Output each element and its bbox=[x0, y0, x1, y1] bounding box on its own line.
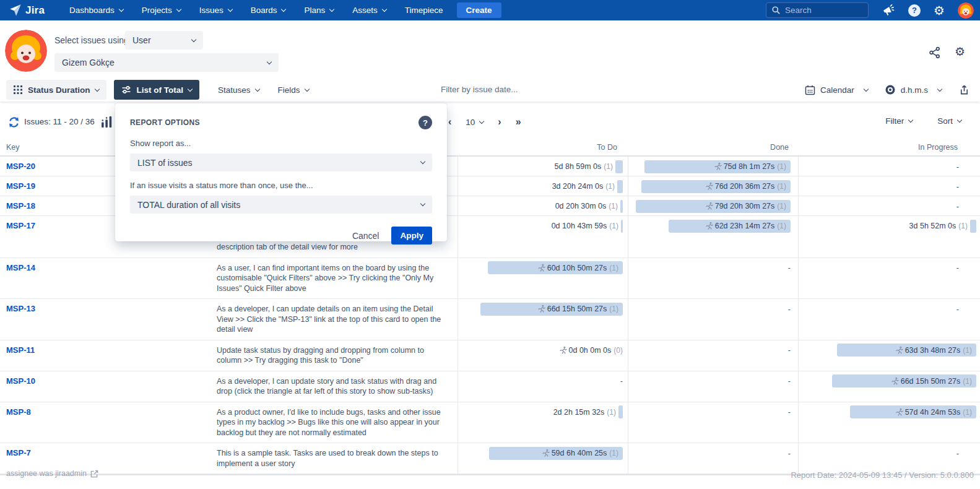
duration-cell-content: 57d 4h 24m 53s(1) bbox=[799, 405, 980, 419]
issue-key-link[interactable]: MSP-17 bbox=[6, 221, 35, 230]
duration-cell-content: 0d 0h 0m 0s(0) bbox=[458, 344, 628, 357]
show-report-select[interactable]: LIST of issues bbox=[130, 154, 432, 171]
statuses-button[interactable]: Statuses bbox=[218, 85, 259, 95]
selected-user-avatar[interactable] bbox=[5, 30, 47, 72]
announcements-icon[interactable] bbox=[881, 2, 896, 18]
duration-cell-content: 59d 6h 40m 25s(1) bbox=[458, 446, 628, 460]
todo-cell: 3d 20h 24m 0s(1) bbox=[458, 176, 628, 196]
settings-gear-icon[interactable]: ⚙ bbox=[934, 4, 945, 17]
duration-bar bbox=[621, 220, 623, 233]
refresh-icon[interactable] bbox=[7, 116, 20, 131]
prev-page-icon[interactable]: ‹ bbox=[448, 115, 451, 129]
visits-select[interactable]: TOTAL duration of all visits bbox=[130, 196, 432, 214]
grid-icon bbox=[14, 85, 22, 94]
date-filter-input[interactable]: Filter by issue date... bbox=[441, 85, 518, 94]
duration-bar bbox=[618, 405, 623, 418]
chevron-down-icon bbox=[863, 86, 868, 91]
duration-bar: 75d 8h 1m 27s(1) bbox=[644, 160, 791, 173]
issue-key-link[interactable]: MSP-8 bbox=[6, 407, 31, 417]
search-box[interactable] bbox=[766, 2, 869, 18]
nav-projects[interactable]: Projects bbox=[142, 6, 181, 15]
visits-label: If an issue visits a status more than on… bbox=[130, 181, 432, 190]
duration-bar: 76d 20h 36m 27s(1) bbox=[641, 180, 791, 193]
chevron-down-icon bbox=[382, 7, 387, 12]
nav-assets[interactable]: Assets bbox=[352, 6, 386, 15]
filter-button[interactable]: Filter bbox=[885, 116, 913, 126]
nav-dashboards[interactable]: Dashboards bbox=[69, 6, 123, 15]
done-cell: - bbox=[628, 402, 799, 443]
create-button[interactable]: Create bbox=[457, 2, 501, 18]
duration-cell-content: 60d 10h 50m 27s(1) bbox=[458, 261, 628, 275]
issue-source-select[interactable]: User bbox=[125, 31, 203, 50]
search-input[interactable] bbox=[785, 6, 859, 15]
duration-bar bbox=[620, 200, 623, 213]
issue-key-link[interactable]: MSP-18 bbox=[6, 201, 35, 210]
report-toolbar: Status Duration List of Total Statuses F… bbox=[0, 79, 980, 102]
duration-cell-content: - bbox=[799, 261, 980, 275]
nav-boards[interactable]: Boards bbox=[251, 6, 286, 15]
duration-text: 57d 4h 24m 53s bbox=[905, 408, 961, 417]
issue-key-link[interactable]: MSP-10 bbox=[6, 376, 35, 386]
duration-cell-content: 3d 20h 24m 0s(1) bbox=[458, 180, 628, 193]
nav-timepiece[interactable]: Timepiece bbox=[405, 6, 443, 15]
issue-key-link[interactable]: MSP-14 bbox=[6, 263, 35, 272]
duration-cell-content: 0d 20h 30m 0s(1) bbox=[458, 199, 628, 213]
todo-cell: 59d 6h 40m 25s(1) bbox=[458, 443, 628, 474]
bar-chart-icon[interactable] bbox=[101, 115, 114, 131]
todo-cell: 0d 0h 0m 0s(0) bbox=[458, 340, 628, 371]
issue-key-link[interactable]: MSP-13 bbox=[6, 304, 35, 313]
duration-text: 62d 23h 14m 27s bbox=[715, 222, 775, 230]
done-cell: - bbox=[628, 340, 799, 371]
report-options-popup: REPORT OPTIONS ? Show report as... LIST … bbox=[115, 103, 447, 241]
inprogress-cell: - bbox=[799, 443, 980, 474]
todo-cell: 60d 10h 50m 27s(1) bbox=[458, 258, 628, 299]
next-page-icon[interactable]: › bbox=[498, 115, 501, 129]
issue-key-link[interactable]: MSP-19 bbox=[6, 181, 35, 191]
apply-button[interactable]: Apply bbox=[391, 227, 432, 244]
duration-text: 2d 2h 15m 32s bbox=[553, 408, 605, 417]
help-icon[interactable]: ? bbox=[908, 4, 921, 17]
no-duration-dash: - bbox=[956, 182, 959, 191]
popup-help-icon[interactable]: ? bbox=[418, 116, 432, 129]
calendar-button[interactable]: Calendar bbox=[805, 85, 868, 95]
nav-plans[interactable]: Plans bbox=[304, 6, 334, 15]
share-icon[interactable] bbox=[929, 46, 941, 61]
last-page-icon[interactable]: » bbox=[516, 115, 521, 129]
duration-bar: 79d 20h 30m 27s(1) bbox=[636, 200, 791, 213]
report-settings-gear-icon[interactable]: ⚙ bbox=[955, 46, 965, 61]
duration-cell-content: - bbox=[799, 302, 980, 316]
runner-icon bbox=[705, 202, 714, 210]
done-cell: 62d 23h 14m 27s(1) bbox=[628, 216, 799, 257]
report-type-button[interactable]: Status Duration bbox=[6, 80, 106, 100]
visit-count: (1) bbox=[609, 449, 618, 457]
issue-key-link[interactable]: MSP-11 bbox=[6, 345, 35, 355]
issues-count: Issues: 11 - 20 / 36 bbox=[24, 117, 95, 126]
report-header: Select issues using User Gizem Gökçe ⚙ bbox=[0, 20, 980, 77]
user-select[interactable]: Gizem Gökçe bbox=[54, 53, 279, 72]
footer-filter-link[interactable]: assignee was jiraadmin bbox=[6, 469, 98, 478]
duration-bar: 66d 15h 50m 27s(1) bbox=[480, 303, 623, 316]
chevron-down-icon bbox=[227, 7, 232, 12]
todo-cell: 0d 10h 43m 59s(1) bbox=[458, 216, 628, 257]
duration-format-button[interactable]: d.h.m.s bbox=[885, 84, 942, 95]
visit-count: (1) bbox=[777, 182, 786, 191]
cancel-button[interactable]: Cancel bbox=[352, 231, 379, 241]
no-duration-dash: - bbox=[620, 376, 623, 386]
runner-icon bbox=[559, 346, 568, 355]
search-icon bbox=[771, 6, 781, 15]
issue-key-link[interactable]: MSP-20 bbox=[6, 162, 35, 171]
nav-issues[interactable]: Issues bbox=[199, 6, 232, 15]
top-navbar: Jira Dashboards Projects Issues Boards P… bbox=[0, 0, 980, 20]
view-mode-button[interactable]: List of Total bbox=[114, 80, 200, 100]
sort-button[interactable]: Sort bbox=[937, 116, 961, 126]
issue-key-link[interactable]: MSP-7 bbox=[6, 448, 31, 457]
visit-count: (1) bbox=[963, 408, 972, 417]
fields-button[interactable]: Fields bbox=[278, 85, 309, 95]
duration-bar bbox=[615, 160, 623, 173]
jira-logo[interactable]: Jira bbox=[9, 4, 45, 17]
user-avatar[interactable] bbox=[958, 2, 974, 19]
todo-cell: 2d 2h 15m 32s(1) bbox=[458, 402, 628, 443]
export-icon[interactable] bbox=[958, 84, 970, 96]
issue-summary: This is a sample task. Tasks are used to… bbox=[217, 443, 457, 474]
page-size-select[interactable]: 10 bbox=[466, 118, 483, 127]
